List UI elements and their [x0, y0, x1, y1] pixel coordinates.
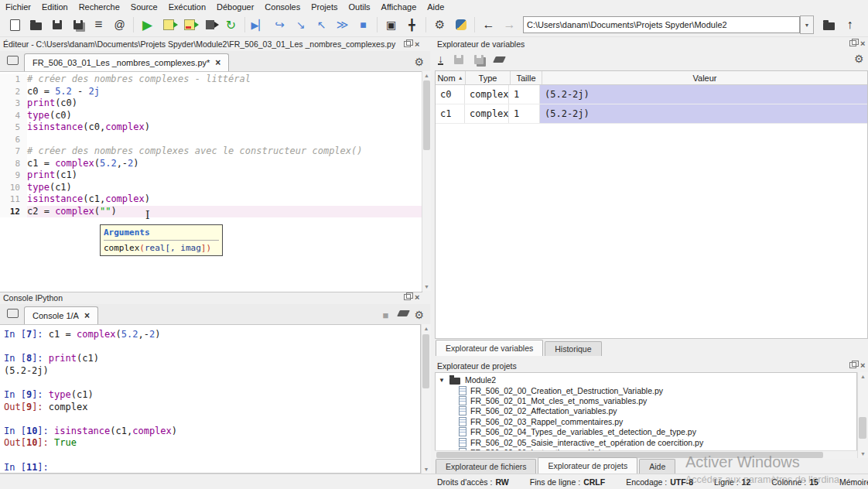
- menu-item[interactable]: Projets: [306, 2, 343, 12]
- debug-continue-icon[interactable]: ≫: [333, 15, 352, 34]
- fullscreen-icon[interactable]: ╋: [402, 15, 422, 34]
- projects-scrollbar[interactable]: ▲ ▼: [857, 372, 868, 458]
- run-file-icon[interactable]: ▶: [138, 15, 157, 34]
- project-root[interactable]: ▼ Module2: [436, 374, 856, 385]
- menu-item[interactable]: Source: [125, 2, 163, 12]
- remove-variables-icon[interactable]: [493, 56, 506, 63]
- menu-item[interactable]: Aide: [422, 2, 449, 12]
- find-in-files-icon[interactable]: @: [110, 15, 129, 34]
- code-line[interactable]: 5isinstance(c0,complex): [0, 121, 422, 134]
- table-row[interactable]: c1complex1(5.2-2j): [436, 104, 867, 124]
- restart-kernel-icon[interactable]: ↻: [221, 15, 241, 34]
- code-line[interactable]: 7# créer des nombres complexes avec le c…: [0, 145, 422, 158]
- save-all-icon[interactable]: [68, 15, 87, 34]
- save-icon[interactable]: [47, 15, 67, 34]
- editor-options-gear-icon[interactable]: ⚙: [414, 56, 424, 68]
- variables-options-gear-icon[interactable]: ⚙: [854, 53, 864, 65]
- editor-scrollbar[interactable]: ▲ ▼: [422, 71, 431, 291]
- maximize-pane-icon[interactable]: ▣: [381, 15, 401, 34]
- browse-tabs-icon[interactable]: [3, 51, 22, 70]
- expander-icon[interactable]: ▼: [439, 377, 445, 384]
- close-icon[interactable]: ×: [415, 40, 419, 48]
- menu-item[interactable]: Déboguer: [211, 2, 259, 12]
- run-selection-icon[interactable]: [200, 15, 220, 34]
- console-scrollbar[interactable]: ▲ ▼: [421, 324, 431, 474]
- code-line[interactable]: 4type(c0): [0, 110, 422, 122]
- file-item[interactable]: FR_506_02_04_Types_de_variables_et_detec…: [436, 427, 856, 437]
- scroll-up-icon[interactable]: ▲: [422, 73, 431, 78]
- column-header[interactable]: Taille: [511, 71, 542, 84]
- menu-item[interactable]: Outils: [343, 2, 375, 12]
- scrollbar-thumb[interactable]: [859, 417, 866, 439]
- back-icon[interactable]: ←: [479, 15, 498, 34]
- new-file-icon[interactable]: [5, 15, 25, 34]
- column-header[interactable]: Nom▲: [436, 71, 466, 84]
- undock-icon[interactable]: [404, 294, 411, 300]
- tab[interactable]: Explorateur de fichiers: [436, 459, 536, 474]
- undock-icon[interactable]: [404, 41, 411, 47]
- code-line[interactable]: 9print(c1): [0, 169, 422, 182]
- undock-icon[interactable]: [849, 362, 856, 368]
- tab[interactable]: Explorateur de variables: [436, 340, 543, 356]
- run-cell-advance-icon[interactable]: [179, 15, 199, 34]
- editor-tab[interactable]: FR_506_03_01_Les _nombres_complexes.py* …: [24, 53, 229, 71]
- scroll-down-icon[interactable]: ▼: [422, 284, 431, 289]
- browse-tabs-icon[interactable]: [3, 304, 22, 323]
- close-icon[interactable]: ×: [860, 361, 865, 369]
- tab[interactable]: Explorateur de projets: [538, 457, 637, 474]
- close-icon[interactable]: ×: [415, 293, 419, 301]
- menu-item[interactable]: Exécution: [163, 2, 211, 12]
- close-icon[interactable]: ×: [860, 39, 865, 47]
- code-line[interactable]: 6: [0, 134, 422, 146]
- forward-icon[interactable]: →: [500, 15, 519, 34]
- scroll-up-icon[interactable]: ▲: [858, 374, 868, 379]
- import-data-icon[interactable]: ↓: [438, 54, 443, 65]
- editor-content[interactable]: 1# créer des nombres complexes - littéra…: [0, 71, 422, 292]
- scrollbar-thumb[interactable]: [423, 80, 430, 150]
- menu-item[interactable]: Consoles: [259, 2, 306, 12]
- tab[interactable]: Historique: [545, 341, 601, 356]
- scroll-up-icon[interactable]: ▲: [422, 326, 431, 331]
- table-row[interactable]: c0complex1(5.2-2j): [436, 85, 867, 104]
- console-tab[interactable]: Console 1/A ×: [24, 306, 98, 324]
- debug-step-return-icon[interactable]: ↖: [312, 15, 331, 34]
- open-file-icon[interactable]: [26, 15, 46, 34]
- tab-close-icon[interactable]: ×: [215, 57, 220, 68]
- scroll-down-icon[interactable]: ▼: [858, 451, 868, 457]
- code-line[interactable]: 1# créer des nombres complexes - littéra…: [0, 74, 422, 86]
- console-options-gear-icon[interactable]: ⚙: [414, 309, 424, 321]
- code-line[interactable]: 10type(c1): [0, 182, 422, 194]
- file-switcher-icon[interactable]: ≡: [89, 15, 108, 34]
- parent-directory-icon[interactable]: ↑: [840, 15, 859, 34]
- scrollbar-thumb[interactable]: [422, 334, 429, 388]
- open-directory-icon[interactable]: [819, 15, 839, 34]
- python-environment-icon[interactable]: [451, 15, 470, 34]
- menu-item[interactable]: Affichage: [376, 2, 422, 12]
- debug-stop-icon[interactable]: ■: [354, 15, 373, 34]
- code-line[interactable]: 12c2 = complex(""): [0, 206, 422, 218]
- column-header[interactable]: Valeur: [542, 71, 867, 84]
- code-line[interactable]: 3print(c0): [0, 97, 422, 110]
- menu-item[interactable]: Fichier: [0, 2, 36, 12]
- file-item[interactable]: FR_506_02_05_Saisie_interactive_et_opéra…: [436, 437, 856, 447]
- save-data-as-icon[interactable]: [474, 55, 484, 64]
- working-directory-dropdown[interactable]: ▼: [800, 15, 814, 34]
- debug-file-icon[interactable]: ▶▏: [249, 15, 268, 34]
- file-item[interactable]: FR_506_02_02_Affectation_variables.py: [436, 406, 856, 416]
- code-line[interactable]: 11isinstance(c1,complex): [0, 193, 422, 206]
- menu-item[interactable]: Recherche: [73, 2, 125, 12]
- interrupt-kernel-icon[interactable]: ■: [383, 309, 389, 321]
- file-item[interactable]: FR_506_02_00_Creation_et_Destruction_Var…: [436, 385, 856, 395]
- save-data-icon[interactable]: [454, 55, 463, 64]
- code-line[interactable]: 2c0 = 5.2 - 2j: [0, 86, 422, 98]
- debug-step-icon[interactable]: ↪: [270, 15, 289, 34]
- file-item[interactable]: FR_506_02_03_Rappel_commentaires.py: [436, 416, 856, 426]
- console-content[interactable]: In [7]: c1 = complex(5.2,-2)In [8]: prin…: [0, 324, 421, 474]
- tab[interactable]: Aide: [639, 459, 675, 474]
- debug-step-into-icon[interactable]: ↘: [291, 15, 310, 34]
- undock-icon[interactable]: [849, 40, 856, 46]
- column-header[interactable]: Type: [466, 71, 511, 84]
- menu-item[interactable]: Edition: [36, 2, 73, 12]
- run-cell-icon[interactable]: [159, 15, 178, 34]
- clear-console-icon[interactable]: [394, 304, 413, 323]
